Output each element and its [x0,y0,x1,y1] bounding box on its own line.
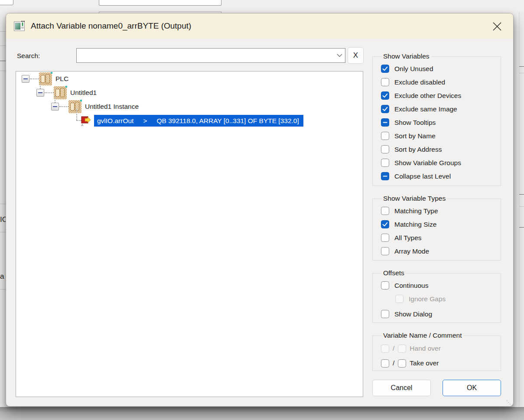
tree-expander-icon[interactable] [36,89,44,97]
close-button[interactable] [491,20,504,33]
option-label-sort-by-address[interactable]: Sort by Address [394,146,442,153]
option-label-exclude-disabled[interactable]: Exclude disabled [394,78,445,86]
option-row-exclude-other-devices: Exclude other Devices [381,89,501,102]
tree-node-untitled1[interactable]: Untitled1 [16,86,363,100]
search-input[interactable] [77,49,334,62]
search-combobox[interactable] [76,48,345,63]
group-show-variables: Show VariablesOnly UnusedExclude disable… [372,52,501,186]
group-title-variable-name-comment: Variable Name / Comment [381,332,463,339]
comment-checkbox-take-over[interactable] [398,359,406,368]
tree-node-gvlio-arrout[interactable]: AgvlIO.arrOut>QB 392118.0, ARRAY [0..331… [16,114,363,127]
plc-project-icon [54,86,67,99]
svg-text:A: A [81,123,84,127]
close-icon [492,22,502,31]
option-label-sort-by-name[interactable]: Sort by Name [394,132,436,140]
option-label-matching-size[interactable]: Matching Size [394,221,436,228]
tree-connector [45,92,54,93]
link-arrow: > [143,117,147,125]
separator: / [393,359,394,367]
selected-variable-row[interactable]: gvlIO.arrOut>QB 392118.0, ARRAY [0..331]… [94,115,303,127]
checkbox-array-mode[interactable] [381,247,389,255]
clear-search-button[interactable]: X [348,47,364,64]
checkbox-show-dialog[interactable] [381,310,389,318]
option-row-array-mode: Array Mode [381,244,501,258]
tree-node-plc[interactable]: PLC [16,72,363,86]
option-row-ignore-gaps: Ignore Gaps [395,292,501,306]
tree-node-label: Untitled1 [70,86,97,100]
option-label-hand-over: Hand over [410,345,441,352]
option-row-show-tooltips: Show Tooltips [381,116,501,129]
tree-expander-icon[interactable] [22,75,29,83]
separator: / [393,345,394,352]
variable-name: gvlIO.arrOut [97,117,133,125]
option-label-continuous[interactable]: Continuous [394,282,428,290]
checkbox-sort-by-address[interactable] [381,145,389,153]
dialog-titlebar[interactable]: Attach Variable noname0_arrBYTE (Output) [6,13,513,39]
background-input-fragment [0,0,13,5]
name-checkbox-take-over[interactable] [381,359,389,368]
output-variable-icon: A [81,116,93,128]
ok-button[interactable]: OK [443,380,501,396]
checkbox-collapse-last-level[interactable] [381,172,389,180]
plc-project-icon [68,100,81,113]
option-label-take-over[interactable]: Take over [410,359,439,367]
chevron-down-icon[interactable] [334,54,345,57]
tree-connector [55,96,55,103]
option-label-exclude-other-devices[interactable]: Exclude other Devices [394,92,461,100]
cancel-button[interactable]: Cancel [372,380,431,396]
tree-node-label: Untitled1 Instance [85,100,139,114]
variable-address: QB 392118.0, ARRAY [0..331] OF BYTE [332… [156,117,299,125]
background-input-fragment [99,0,221,6]
checkbox-exclude-same-image[interactable] [381,105,389,113]
group-title-offsets: Offsets [381,269,406,277]
option-row-exclude-disabled: Exclude disabled [381,75,501,89]
checkbox-only-unused[interactable] [381,65,389,73]
group-title-show-variable-types: Show Variable Types [381,195,447,202]
checkbox-matching-size[interactable] [381,220,389,228]
group-offsets: OffsetsContinuousIgnore GapsShow Dialog [372,269,501,323]
checkbox-continuous[interactable] [381,281,389,290]
variable-tree: PLCUntitled1Untitled1 InstanceAgvlIO.arr… [16,71,363,397]
plc-project-icon [39,72,52,85]
option-row-exclude-same-image: Exclude same Image [381,102,501,116]
screen: IO a At [0,0,524,420]
background-text-fragment: a [0,272,4,281]
tree-expander-icon[interactable] [51,103,59,111]
option-label-show-variable-groups[interactable]: Show Variable Groups [394,159,461,167]
comment-checkbox-hand-over [398,345,406,353]
option-row-show-variable-groups: Show Variable Groups [381,156,501,169]
checkbox-show-variable-groups[interactable] [381,159,389,167]
tree-node-label: PLC [55,72,68,86]
option-label-array-mode[interactable]: Array Mode [394,247,429,255]
search-label: Search: [17,52,40,60]
tree-node-untitled1-instance[interactable]: Untitled1 Instance [16,100,363,114]
option-row-collapse-last-level: Collapse last Level [381,169,501,183]
checkbox-sort-by-name[interactable] [381,132,389,140]
checkbox-exclude-other-devices[interactable] [381,91,389,100]
dialog-title: Attach Variable noname0_arrBYTE (Output) [31,21,191,31]
option-label-matching-type[interactable]: Matching Type [394,207,438,215]
option-row-matching-type: Matching Type [381,204,501,218]
checkbox-exclude-disabled[interactable] [381,78,389,86]
option-label-show-tooltips[interactable]: Show Tooltips [394,119,436,127]
background-right-strip [519,12,524,407]
tree-connector [30,78,39,79]
background-text-fragment: IO [0,215,6,224]
option-label-only-unused[interactable]: Only Unused [394,65,433,73]
group-title-show-variables: Show Variables [381,52,431,60]
group-show-variable-types: Show Variable TypesMatching TypeMatching… [372,195,501,260]
option-label-exclude-same-image[interactable]: Exclude same Image [394,105,457,113]
tree-connector [76,109,77,120]
option-label-show-dialog[interactable]: Show Dialog [394,310,432,318]
option-label-all-types[interactable]: All Types [394,234,422,242]
option-row-show-dialog: Show Dialog [381,307,501,321]
checkbox-show-tooltips[interactable] [381,118,389,127]
option-row-hand-over: /Hand over [381,341,501,356]
dialog-icon [13,20,25,32]
checkbox-matching-type[interactable] [381,207,389,215]
option-label-ignore-gaps: Ignore Gaps [409,295,446,303]
attach-variable-dialog: Attach Variable noname0_arrBYTE (Output)… [6,13,514,407]
background-bottom-band [0,407,524,420]
checkbox-all-types[interactable] [381,234,389,242]
option-label-collapse-last-level[interactable]: Collapse last Level [394,173,451,180]
